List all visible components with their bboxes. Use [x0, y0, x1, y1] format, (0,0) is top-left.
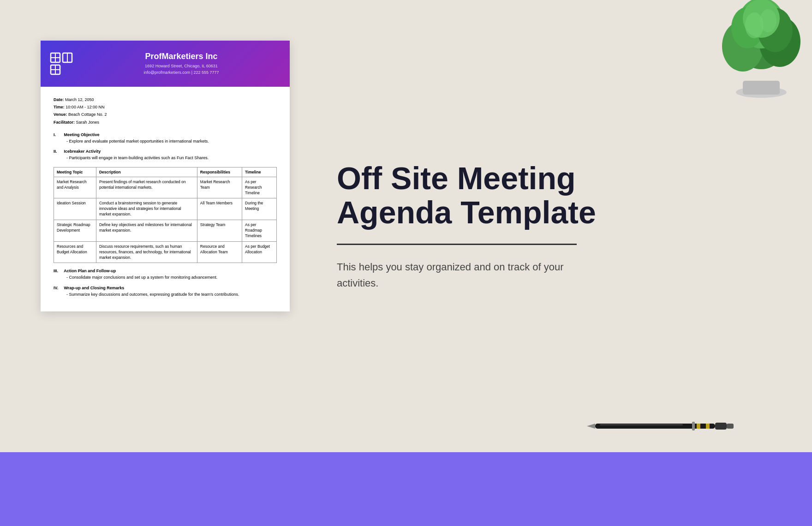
row3-desc: Define key objectives and milestones for… — [96, 220, 197, 242]
table-row: Ideation Session Conduct a brainstorming… — [54, 198, 277, 220]
document-body: Date: March 12, 2050 Time: 10:00 AM - 12… — [41, 87, 290, 311]
row2-resp: All Team Members — [197, 198, 242, 220]
row4-topic: Resources and Budget Allocation — [54, 241, 96, 263]
time-row: Time: 10:00 AM - 12:00 NN — [54, 103, 277, 111]
row3-resp: Strategy Team — [197, 220, 242, 242]
subtitle-text: This helps you stay organized and on tra… — [337, 259, 577, 291]
row1-resp: Market Research Team — [197, 177, 242, 198]
row1-time: As per Research Timeline — [242, 177, 277, 198]
row1-topic: Market Research and Analysis — [54, 177, 96, 198]
title-divider — [337, 244, 577, 245]
main-title: Off Site Meeting Agenda Template — [337, 161, 775, 230]
row2-time: During the Meeting — [242, 198, 277, 220]
company-logo — [50, 52, 73, 75]
section-3: III. Action Plan and Follow-up Consolida… — [54, 269, 277, 281]
date-row: Date: March 12, 2050 — [54, 96, 277, 103]
document-card: ProfMarketiers Inc 1692 Howard Street, C… — [41, 41, 290, 311]
row4-desc: Discuss resource requirements, such as h… — [96, 241, 197, 263]
row4-resp: Resource and Allocation Team — [197, 241, 242, 263]
row4-time: As per Budget Allocation — [242, 241, 277, 263]
venue-row: Venue: Beach Cottage No. 2 — [54, 111, 277, 118]
table-row: Strategic Roadmap Development Define key… — [54, 220, 277, 242]
col-header-responsibilities: Responsibilities — [197, 167, 242, 177]
row2-desc: Conduct a brainstorming session to gener… — [96, 198, 197, 220]
row3-topic: Strategic Roadmap Development — [54, 220, 96, 242]
row1-desc: Present findings of market research cond… — [96, 177, 197, 198]
section-3-bullet: Consolidate major conclusions and set up… — [54, 275, 277, 281]
bottom-bar — [0, 452, 812, 526]
section-1-bullet: Explore and evaluate potential market op… — [54, 138, 277, 145]
agenda-table: Meeting Topic Description Responsibiliti… — [54, 167, 277, 263]
section-2: II. Icebreaker Activity Participants wil… — [54, 149, 277, 161]
facilitator-row: Facilitator: Sarah Jones — [54, 119, 277, 126]
right-panel: Off Site Meeting Agenda Template This he… — [300, 0, 812, 452]
table-row: Market Research and Analysis Present fin… — [54, 177, 277, 198]
col-header-topic: Meeting Topic — [54, 167, 96, 177]
company-address-line1: 1692 Howard Street, Chicago, IL 60631 — [82, 63, 281, 70]
col-header-description: Description — [96, 167, 197, 177]
section-1: I. Meeting Objective Explore and evaluat… — [54, 132, 277, 145]
row3-time: As per Roadmap Timelines — [242, 220, 277, 242]
table-row: Resources and Budget Allocation Discuss … — [54, 241, 277, 263]
document-header: ProfMarketiers Inc 1692 Howard Street, C… — [41, 41, 290, 87]
row2-topic: Ideation Session — [54, 198, 96, 220]
company-name: ProfMarketiers Inc — [82, 52, 281, 61]
company-address-line2: info@profmarketiers.com | 222 555 7777 — [82, 70, 281, 76]
section-2-bullet: Participants will engage in team-buildin… — [54, 155, 277, 161]
section-4: IV. Wrap-up and Closing Remarks Summariz… — [54, 286, 277, 298]
company-info: ProfMarketiers Inc 1692 Howard Street, C… — [82, 52, 281, 76]
col-header-timeline: Timeline — [242, 167, 277, 177]
meta-info: Date: March 12, 2050 Time: 10:00 AM - 12… — [54, 96, 277, 126]
section-4-bullet: Summarize key discussions and outcomes, … — [54, 292, 277, 298]
